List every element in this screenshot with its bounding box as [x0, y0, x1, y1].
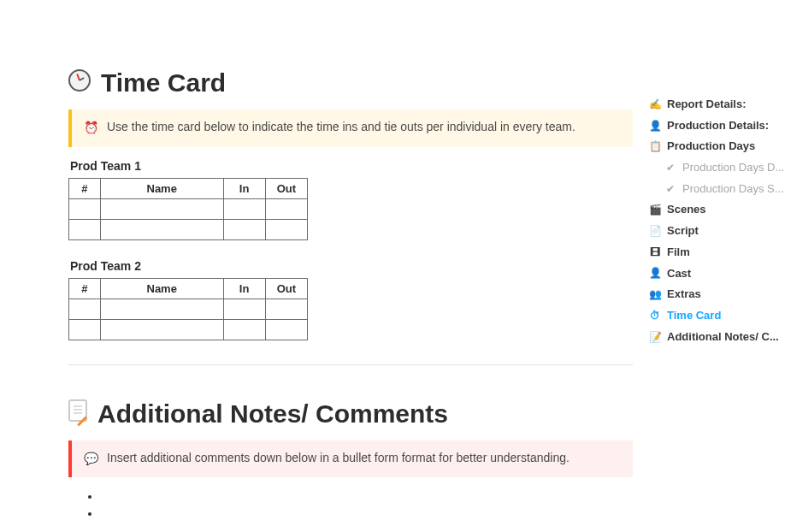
sidebar-item-production-days-d[interactable]: ✔ Production Days D... [648, 157, 785, 179]
col-in-header: In [223, 278, 265, 299]
notes-callout-text: Insert additional comments down below in… [107, 451, 570, 464]
sidebar-item-label: Cast [667, 263, 691, 285]
timecard-callout-text: Use the time card below to indicate the … [107, 120, 575, 133]
clock-icon [68, 69, 91, 98]
alarm-icon: ⏰ [84, 120, 98, 137]
notes-heading: Additional Notes/ Comments [68, 399, 633, 429]
col-name-header: Name [100, 178, 223, 198]
notes-icon [68, 399, 87, 428]
sidebar-item-label: Production Days D... [682, 157, 784, 179]
list-item[interactable] [101, 506, 633, 522]
sidebar-item-label: Production Details: [667, 115, 769, 137]
team2-table: # Name In Out [68, 278, 308, 340]
sidebar-item-label: Additional Notes/ C... [667, 327, 779, 348]
table-row[interactable] [69, 319, 308, 340]
speech-icon: 💬 [84, 451, 98, 468]
sidebar-item-label: Production Days S... [682, 179, 784, 200]
sidebar-item-additional-notes[interactable]: 📝 Additional Notes/ C... [648, 327, 785, 348]
sidebar-item-label: Report Details: [667, 94, 746, 115]
sidebar-item-label: Script [667, 221, 699, 242]
table-header-row: # Name In Out [69, 178, 308, 198]
sidebar-item-production-days[interactable]: 📋 Production Days [648, 136, 785, 157]
team1-table: # Name In Out [68, 178, 308, 240]
sidebar-item-label: Film [667, 242, 690, 263]
outline-sidebar: ✍️ Report Details: 👤 Production Details:… [648, 94, 785, 347]
sidebar-item-scenes[interactable]: 🎬 Scenes [648, 199, 785, 221]
timecard-callout: ⏰ Use the time card below to indicate th… [68, 109, 633, 147]
sidebar-item-label: Extras [667, 284, 701, 305]
clipboard-icon: 📋 [648, 137, 662, 157]
sidebar-item-label: Scenes [667, 199, 706, 221]
col-name-header: Name [100, 278, 223, 299]
table-row[interactable] [69, 219, 308, 239]
notes-bullet-list[interactable] [68, 489, 633, 522]
pencil-icon: ✍️ [648, 95, 662, 115]
table-header-row: # Name In Out [69, 278, 308, 299]
note-icon: 📝 [648, 328, 662, 347]
col-num-header: # [69, 278, 101, 299]
notes-callout: 💬 Insert additional comments down below … [68, 440, 633, 478]
timecard-heading: Time Card [68, 68, 633, 98]
sidebar-item-extras[interactable]: 👥 Extras [648, 284, 785, 305]
timecard-title-text: Time Card [101, 68, 226, 98]
page-icon: 📄 [648, 222, 662, 241]
sidebar-item-film[interactable]: 🎞 Film [648, 242, 785, 263]
table-row[interactable] [69, 198, 308, 219]
col-num-header: # [69, 178, 101, 198]
sidebar-item-production-details[interactable]: 👤 Production Details: [648, 115, 785, 137]
extras-icon: 👥 [648, 285, 662, 304]
sidebar-item-label: Production Days [667, 136, 755, 157]
sidebar-item-script[interactable]: 📄 Script [648, 221, 785, 242]
col-out-header: Out [265, 178, 307, 198]
table-row[interactable] [69, 299, 308, 319]
main-content: Time Card ⏰ Use the time card below to i… [0, 0, 633, 523]
stopwatch-icon: ⏱ [648, 306, 662, 326]
list-item[interactable] [101, 489, 633, 505]
sidebar-item-report-details[interactable]: ✍️ Report Details: [648, 94, 785, 115]
section-divider [68, 364, 633, 365]
col-in-header: In [223, 178, 265, 198]
film-icon: 🎞 [648, 243, 662, 263]
check-icon: ✔ [664, 158, 677, 178]
notes-title-text: Additional Notes/ Comments [97, 399, 448, 429]
team2-label: Prod Team 2 [70, 259, 633, 273]
clapper-icon: 🎬 [648, 200, 662, 220]
sidebar-item-cast[interactable]: 👤 Cast [648, 263, 785, 285]
team1-label: Prod Team 1 [70, 159, 633, 173]
sidebar-item-label: Time Card [667, 305, 721, 327]
check-icon: ✔ [664, 180, 677, 199]
cast-icon: 👤 [648, 263, 662, 283]
sidebar-item-production-days-s[interactable]: ✔ Production Days S... [648, 179, 785, 200]
person-icon: 👤 [648, 116, 662, 136]
sidebar-item-time-card[interactable]: ⏱ Time Card [648, 305, 785, 327]
col-out-header: Out [265, 278, 307, 299]
